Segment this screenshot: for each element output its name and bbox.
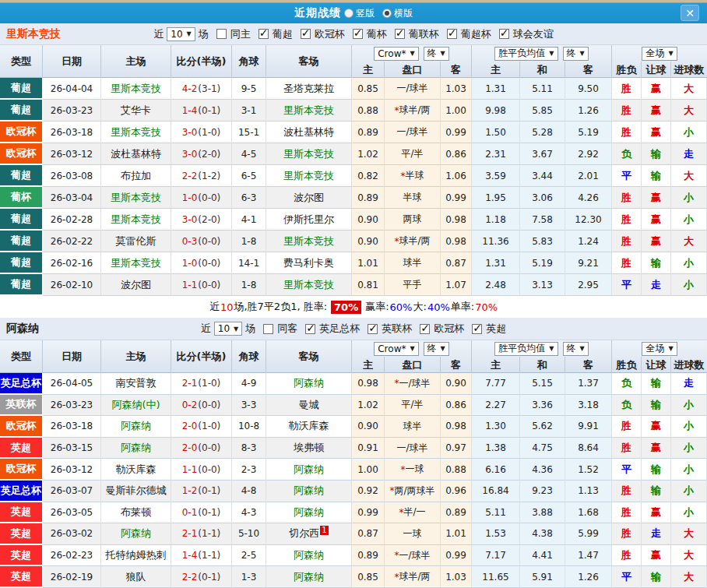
result-handicap: 输: [642, 566, 671, 588]
matches-table: 英足总杯 26-04-05 南安普敦 2-1(1-0) 4-9 阿森纳 0.98…: [0, 373, 707, 588]
home-team: 狼队: [101, 566, 171, 588]
radio-icon[interactable]: [344, 9, 354, 18]
league-badge: 欧冠杯: [0, 416, 43, 438]
odds-away: 0.98: [441, 209, 472, 231]
fulltime-select-1[interactable]: 全场▼: [642, 342, 677, 356]
league-checkbox-label[interactable]: 英足总杯: [319, 322, 360, 336]
league-checkbox-葡超[interactable]: [259, 29, 269, 39]
home-team: 莫雷伦斯: [101, 231, 171, 252]
radio-horizontal-layout[interactable]: 横版: [382, 7, 413, 20]
league-checkbox-label[interactable]: 葡超杯: [461, 27, 491, 41]
home-team: 里斯本竞技: [101, 187, 171, 209]
odds-final-select-0[interactable]: 终▼: [424, 47, 449, 61]
league-checkbox-英足总杯[interactable]: [305, 324, 315, 334]
col-away: 客场: [266, 340, 352, 373]
league-checkbox-葡杯[interactable]: [353, 29, 363, 39]
result-goals: 小: [671, 502, 707, 524]
handicap: *球半/两: [385, 566, 441, 588]
avg-away: 1.26: [565, 100, 612, 121]
home-team: 勒沃库森: [101, 459, 171, 481]
same-venue-label[interactable]: 同客: [277, 322, 297, 336]
result-goals: 小: [671, 121, 707, 143]
odds-source-select-0[interactable]: Crow*▼: [374, 47, 418, 61]
league-checkbox-label[interactable]: 葡超: [273, 27, 293, 41]
fulltime-select-0[interactable]: 全场▼: [642, 47, 677, 61]
league-checkbox-label[interactable]: 球会友谊: [513, 27, 554, 41]
avg-away: 4.26: [565, 187, 612, 209]
handicap: *两/两球半: [385, 481, 441, 502]
league-checkbox-label[interactable]: 欧冠杯: [315, 27, 345, 41]
avg-draw: 5.91: [520, 566, 565, 588]
league-checkbox-label[interactable]: 欧冠杯: [434, 322, 464, 336]
col-odds-home: 主: [352, 357, 385, 373]
match-date: 26-02-22: [43, 231, 101, 252]
odds-home: 1.00: [352, 459, 385, 481]
recent-results-panel: 近期战绩 竖版 横版 ✕ 里斯本竞技 近 10▼ 场 同主 葡超欧冠杯葡杯葡联杯…: [0, 0, 707, 588]
odds-source-select-1[interactable]: Crow*▼: [374, 342, 418, 356]
same-venue-checkbox[interactable]: [263, 324, 273, 334]
match-count-select-1[interactable]: 10▼: [214, 322, 242, 336]
league-checkbox-英联杯[interactable]: [368, 324, 378, 334]
result-wdl: 平: [612, 459, 642, 481]
league-checkbox-label[interactable]: 葡联杯: [409, 27, 439, 41]
avg-home: 1.18: [472, 209, 520, 231]
avg-draw: 4.41: [520, 545, 565, 567]
league-badge: 英超: [0, 502, 43, 524]
league-checkbox-label[interactable]: 英联杯: [382, 322, 412, 336]
handicap: 两球: [385, 209, 441, 231]
match-date: 26-04-04: [43, 78, 101, 100]
avg-final-select-1[interactable]: 终▼: [563, 342, 589, 356]
league-checkbox-欧冠杯[interactable]: [420, 324, 430, 334]
team-section: 阿森纳 近 10▼ 场 同客 英足总杯英联杯欧冠杯英超 类型 日期 主场 比分(…: [0, 318, 707, 588]
result-handicap: 赢: [642, 416, 671, 438]
corners: 1-8: [232, 274, 266, 296]
radio-icon-selected[interactable]: [382, 9, 392, 18]
summary-text: 60%: [390, 301, 413, 313]
league-checkbox-葡超杯[interactable]: [447, 29, 457, 39]
layout-radio-group: 竖版 横版: [344, 7, 413, 20]
away-team: 里斯本竞技: [266, 165, 352, 187]
result-wdl: 胜: [612, 502, 642, 524]
league-checkbox-label[interactable]: 英超: [486, 322, 506, 336]
score: 1-2(0-1): [171, 481, 232, 502]
result-wdl: 胜: [612, 78, 642, 100]
league-checkbox-英超[interactable]: [472, 324, 482, 334]
home-team: 波杜基林特: [101, 143, 171, 165]
avg-select-1[interactable]: 胜平负均值▼: [494, 342, 558, 356]
chevron-down-icon: ▼: [549, 50, 554, 57]
odds-away: 1.00: [441, 100, 472, 121]
result-wdl: 负: [612, 143, 642, 165]
col-result: 胜负: [612, 357, 642, 373]
odds-final-select-1[interactable]: 终▼: [424, 342, 449, 356]
result-goals: 小: [671, 187, 707, 209]
same-venue-label[interactable]: 同主: [230, 27, 251, 41]
close-icon[interactable]: ✕: [681, 5, 699, 21]
league-checkbox-球会友谊[interactable]: [499, 29, 509, 39]
handicap: *一球: [385, 459, 441, 481]
corners: 4-3: [232, 502, 266, 524]
col-avg-away: 客: [565, 357, 612, 373]
odds-home: 0.88: [352, 100, 385, 121]
chevron-down-icon: ▼: [234, 326, 238, 333]
avg-final-select-0[interactable]: 终▼: [563, 47, 589, 61]
result-handicap: 赢: [642, 100, 671, 121]
avg-away: 1.37: [565, 373, 612, 395]
league-badge: 英足总杯: [0, 481, 43, 502]
home-team: 阿森纳: [101, 523, 171, 545]
match-date: 26-03-18: [43, 121, 101, 143]
league-checkbox-葡联杯[interactable]: [395, 29, 405, 39]
result-handicap: 赢: [642, 231, 671, 252]
league-checkbox-欧冠杯[interactable]: [301, 29, 311, 39]
section-bar: 里斯本竞技 近 10▼ 场 同主 葡超欧冠杯葡杯葡联杯葡超杯球会友谊: [0, 23, 707, 45]
score: 0-3(0-0): [171, 231, 232, 252]
same-venue-checkbox[interactable]: [216, 29, 227, 39]
radio-vertical-layout[interactable]: 竖版: [344, 7, 375, 20]
score: 1-4(1-1): [171, 545, 232, 567]
avg-draw: 4.36: [520, 459, 565, 481]
corners: 6-3: [232, 187, 266, 209]
avg-select-0[interactable]: 胜平负均值▼: [494, 47, 558, 61]
league-checkbox-label[interactable]: 葡杯: [367, 27, 387, 41]
match-count-select-0[interactable]: 10▼: [167, 27, 195, 41]
corners: 3-3: [232, 395, 266, 417]
avg-away: 1.68: [565, 502, 612, 524]
